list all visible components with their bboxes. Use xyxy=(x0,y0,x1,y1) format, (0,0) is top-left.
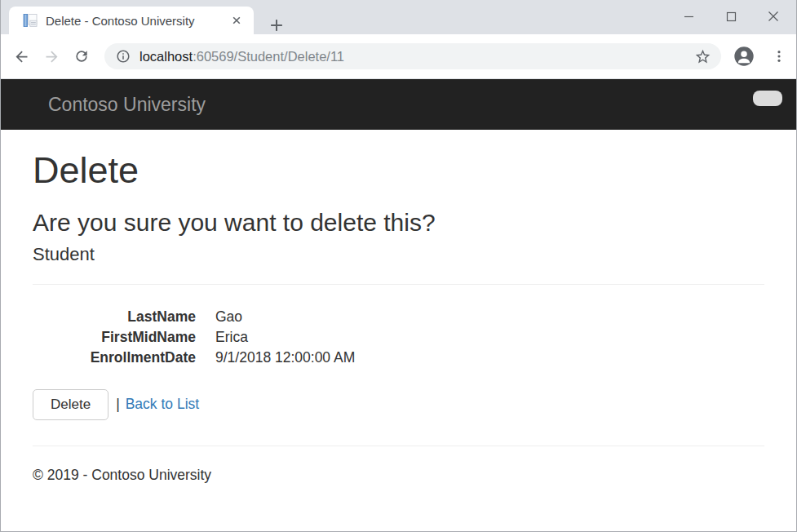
footer-divider xyxy=(33,446,764,446)
reload-button[interactable] xyxy=(68,42,95,70)
profile-avatar-button[interactable] xyxy=(731,43,757,69)
field-label-firstmidname: FirstMidName xyxy=(33,327,196,348)
divider xyxy=(33,284,764,285)
page-title: Delete xyxy=(33,150,764,191)
plus-icon xyxy=(268,16,286,34)
tab-close-button[interactable] xyxy=(229,13,244,28)
close-window-icon xyxy=(768,11,779,22)
field-label-lastname: LastName xyxy=(33,307,196,327)
delete-button[interactable]: Delete xyxy=(33,389,108,420)
browser-tab[interactable]: Delete - Contoso University xyxy=(9,7,254,34)
field-label-enrollmentdate: EnrollmentDate xyxy=(33,348,196,368)
new-tab-button[interactable] xyxy=(265,14,288,37)
student-details-list: LastName Gao FirstMidName Erica Enrollme… xyxy=(33,307,764,368)
reload-icon xyxy=(73,48,90,64)
maximize-button[interactable] xyxy=(710,0,752,33)
close-icon xyxy=(230,14,243,27)
browser-toolbar: localhost:60569/Student/Delete/11 xyxy=(1,34,796,79)
navbar-toggle-button[interactable] xyxy=(753,91,782,106)
url-path: :60569/Student/Delete/11 xyxy=(193,49,344,64)
address-bar[interactable]: localhost:60569/Student/Delete/11 xyxy=(104,43,721,69)
site-navbar: Contoso University xyxy=(1,79,796,130)
kebab-menu-icon xyxy=(771,48,787,64)
minimize-button[interactable] xyxy=(667,0,710,33)
window-controls xyxy=(667,0,795,33)
tab-title: Delete - Contoso University xyxy=(46,14,229,28)
form-actions: Delete | Back to List xyxy=(33,389,764,420)
site-favicon-icon xyxy=(23,13,38,28)
url-text: localhost:60569/Student/Delete/11 xyxy=(139,49,692,64)
detail-row: EnrollmentDate 9/1/2018 12:00:00 AM xyxy=(33,348,764,368)
forward-button[interactable] xyxy=(38,42,65,70)
field-value-enrollmentdate: 9/1/2018 12:00:00 AM xyxy=(215,348,764,368)
browser-menu-button[interactable] xyxy=(768,43,790,69)
forward-icon xyxy=(43,48,60,65)
delete-confirmation-heading: Are you sure you want to delete this? xyxy=(33,209,764,236)
url-host: localhost xyxy=(139,49,193,64)
back-to-list-link[interactable]: Back to List xyxy=(126,396,199,413)
copyright-text: © 2019 - Contoso University xyxy=(33,467,764,484)
close-window-button[interactable] xyxy=(752,0,795,33)
detail-row: FirstMidName Erica xyxy=(33,327,764,348)
back-button[interactable] xyxy=(7,42,35,70)
star-icon xyxy=(694,48,711,65)
minimize-icon xyxy=(684,11,694,22)
action-separator: | xyxy=(116,396,120,413)
field-value-lastname: Gao xyxy=(215,307,764,327)
bookmark-star-button[interactable] xyxy=(692,46,713,67)
field-value-firstmidname: Erica xyxy=(215,327,764,348)
detail-row: LastName Gao xyxy=(33,307,764,327)
avatar-icon xyxy=(733,45,755,68)
navbar-brand-link[interactable]: Contoso University xyxy=(48,94,206,116)
page-content: Delete Are you sure you want to delete t… xyxy=(1,150,796,484)
page-footer: © 2019 - Contoso University xyxy=(33,467,764,484)
page-info-icon[interactable] xyxy=(113,46,134,67)
entity-name: Student xyxy=(33,245,764,264)
titlebar: Delete - Contoso University xyxy=(1,0,796,34)
back-icon xyxy=(13,48,30,65)
maximize-icon xyxy=(726,11,737,22)
browser-window: Delete - Contoso University xyxy=(0,0,797,532)
